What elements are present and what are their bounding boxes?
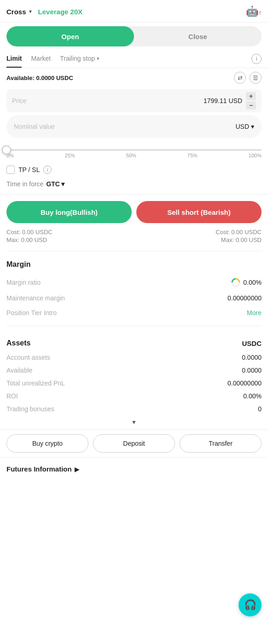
asset-bonuses-value: 0 bbox=[258, 405, 262, 413]
tpsl-label: TP / SL bbox=[18, 166, 40, 173]
price-decrement-button[interactable]: − bbox=[246, 101, 256, 109]
chevron-down-icon[interactable]: ▾ bbox=[29, 8, 32, 15]
header: Cross ▾ Leverage 20X 🤖⠿ bbox=[0, 0, 268, 23]
futures-arrow-icon: ▶ bbox=[75, 466, 80, 473]
margin-ratio-row: Margin ratio 0.00% bbox=[0, 274, 268, 291]
time-in-force-label: Time in force bbox=[6, 180, 43, 188]
slider-ticks: 0% 25% 50% 75% 100% bbox=[6, 153, 262, 158]
buy-max-value: 0.00 USD bbox=[21, 236, 47, 243]
slider-section: 0% 25% 50% 75% 100% bbox=[0, 141, 268, 161]
price-placeholder: Price bbox=[12, 97, 27, 104]
tab-limit[interactable]: Limit bbox=[6, 50, 22, 68]
price-input-row[interactable]: Price 1799.11 USD + − bbox=[6, 89, 262, 112]
bottom-buttons: Buy crypto Deposit Transfer bbox=[0, 429, 268, 458]
buy-long-button[interactable]: Buy long(Bullish) bbox=[6, 201, 132, 223]
nominal-input-row[interactable]: Nominal value USD ▾ bbox=[6, 115, 262, 138]
asset-roi-value: 0.00% bbox=[243, 392, 262, 400]
asset-row-bonuses: Trading bonuses 0 bbox=[0, 402, 268, 415]
asset-row-roi: ROI 0.00% bbox=[0, 390, 268, 402]
available-icons: ⇄ ☰ bbox=[234, 72, 262, 84]
tif-value: GTC bbox=[46, 180, 60, 188]
open-button[interactable]: Open bbox=[6, 26, 134, 46]
asset-available-value: 0.0000 bbox=[242, 367, 262, 374]
sell-max-label: Max: 0.00 USD bbox=[216, 236, 262, 243]
tick-50: 50% bbox=[126, 153, 136, 158]
asset-account-value: 0.0000 bbox=[242, 354, 262, 361]
cost-row: Cost: 0.00 USDC Max: 0.00 USD Cost: 0.00… bbox=[0, 227, 268, 245]
price-value-side: 1799.11 USD + − bbox=[204, 92, 256, 109]
divider-1 bbox=[6, 251, 262, 251]
history-icon[interactable]: ☰ bbox=[250, 72, 262, 84]
tab-market[interactable]: Market bbox=[31, 50, 51, 68]
futures-info-row[interactable]: Futures Information ▶ bbox=[0, 458, 268, 480]
margin-ratio-value: 0.00% bbox=[231, 278, 262, 287]
transfer-button[interactable]: Transfer bbox=[180, 434, 262, 453]
leverage-label[interactable]: Leverage 20X bbox=[38, 8, 83, 16]
deposit-button[interactable]: Deposit bbox=[93, 434, 175, 453]
buy-cost-value: 0.00 USDC bbox=[22, 229, 52, 236]
slider-thumb[interactable] bbox=[2, 145, 11, 155]
more-link[interactable]: More bbox=[247, 309, 262, 316]
tick-25: 25% bbox=[65, 153, 75, 158]
assets-title: Assets bbox=[6, 339, 30, 347]
asset-bonuses-label: Trading bonuses bbox=[6, 405, 54, 413]
tpsl-info-icon[interactable]: i bbox=[43, 166, 52, 174]
asset-roi-label: ROI bbox=[6, 392, 18, 400]
buy-cost-label: Cost: 0.00 USDC bbox=[6, 229, 52, 236]
asset-available-label: Available bbox=[6, 367, 33, 374]
tpsl-row: TP / SL i bbox=[0, 161, 268, 178]
chevron-down-icon: ▾ bbox=[97, 56, 99, 62]
available-label: Available: 0.0000 USDC bbox=[6, 75, 73, 81]
action-buttons: Buy long(Bullish) Sell short (Bearish) bbox=[0, 195, 268, 227]
asset-upnl-label: Total unrealized PnL bbox=[6, 380, 65, 387]
available-value: 0.0000 USDC bbox=[36, 75, 73, 81]
order-type-tabs: Limit Market Trailing stop ▾ i bbox=[0, 50, 268, 68]
sell-cost-value: 0.00 USDC bbox=[231, 229, 262, 236]
assets-currency: USDC bbox=[242, 339, 262, 347]
open-close-toggle: Open Close bbox=[6, 26, 262, 46]
buy-max-label: Max: 0.00 USD bbox=[6, 236, 52, 243]
margin-ratio-icon bbox=[231, 278, 240, 287]
asset-row-upnl: Total unrealized PnL 0.00000000 bbox=[0, 377, 268, 390]
transfer-icon[interactable]: ⇄ bbox=[234, 72, 246, 84]
price-value: 1799.11 USD bbox=[204, 97, 242, 104]
sell-short-button[interactable]: Sell short (Bearish) bbox=[136, 201, 262, 223]
time-in-force-dropdown[interactable]: GTC ▾ bbox=[46, 180, 64, 188]
margin-ratio-label: Margin ratio bbox=[6, 279, 41, 286]
tick-75: 75% bbox=[187, 153, 198, 158]
price-stepper[interactable]: + − bbox=[246, 92, 256, 109]
currency-dropdown[interactable]: USD ▾ bbox=[235, 123, 254, 130]
time-in-force-row: Time in force GTC ▾ bbox=[0, 178, 268, 195]
cross-label[interactable]: Cross bbox=[6, 8, 26, 16]
info-button[interactable]: i bbox=[251, 54, 262, 64]
collapse-arrow[interactable]: ▼ bbox=[0, 415, 268, 429]
position-tier-row: Position Tier Intro More bbox=[0, 305, 268, 320]
header-left: Cross ▾ Leverage 20X bbox=[6, 8, 82, 16]
tick-100: 100% bbox=[249, 153, 262, 158]
sell-cost-group: Cost: 0.00 USDC Max: 0.00 USD bbox=[216, 229, 262, 243]
divider-2 bbox=[6, 326, 262, 326]
margin-section-title: Margin bbox=[0, 257, 268, 274]
chevron-down-icon: ▾ bbox=[61, 180, 64, 188]
maintenance-margin-value: 0.00000000 bbox=[227, 294, 262, 302]
price-increment-button[interactable]: + bbox=[246, 92, 256, 100]
maintenance-margin-row: Maintenance margin 0.00000000 bbox=[0, 291, 268, 305]
asset-upnl-value: 0.00000000 bbox=[227, 380, 262, 387]
tab-trailing-stop[interactable]: Trailing stop ▾ bbox=[60, 50, 99, 68]
buy-cost-group: Cost: 0.00 USDC Max: 0.00 USD bbox=[6, 229, 52, 243]
available-row: Available: 0.0000 USDC ⇄ ☰ bbox=[0, 68, 268, 86]
chevron-down-icon: ▾ bbox=[251, 123, 254, 130]
slider-track[interactable] bbox=[6, 149, 262, 151]
sell-max-value: 0.00 USD bbox=[236, 236, 262, 243]
headset-icon: 🎧 bbox=[244, 599, 256, 611]
close-button[interactable]: Close bbox=[134, 26, 262, 46]
asset-row-available: Available 0.0000 bbox=[0, 364, 268, 377]
buy-crypto-button[interactable]: Buy crypto bbox=[6, 434, 88, 453]
position-tier-label: Position Tier Intro bbox=[6, 309, 57, 316]
robot-icon[interactable]: 🤖⠿ bbox=[246, 6, 262, 17]
asset-row-account: Account assets 0.0000 bbox=[0, 351, 268, 364]
tpsl-checkbox[interactable] bbox=[6, 166, 15, 174]
futures-info-label: Futures Information bbox=[6, 465, 72, 473]
assets-header: Assets USDC bbox=[0, 332, 268, 351]
chat-fab-button[interactable]: 🎧 bbox=[239, 593, 262, 616]
